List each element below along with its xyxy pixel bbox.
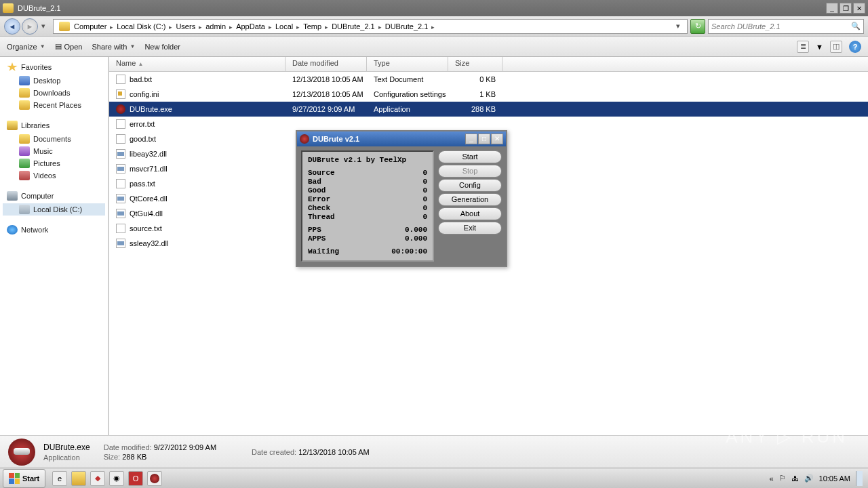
taskbar-explorer-icon[interactable]	[71, 471, 86, 486]
chevron-right-icon[interactable]: ▸	[227, 24, 235, 30]
computer-head[interactable]: Computer	[3, 190, 105, 203]
recent-icon	[19, 100, 30, 110]
app-maximize-button[interactable]: □	[478, 134, 490, 144]
search-input[interactable]	[711, 22, 851, 30]
file-name: source.txt	[130, 224, 162, 232]
file-icon	[116, 239, 125, 248]
breadcrumb[interactable]: Local Disk (C:)	[115, 22, 167, 30]
col-type[interactable]: Type	[367, 57, 448, 71]
start-button[interactable]: Start	[438, 150, 502, 163]
address-dropdown[interactable]: ▾	[672, 22, 684, 30]
sidebar-item-recent[interactable]: Recent Places	[3, 99, 105, 111]
breadcrumb[interactable]: AppData	[235, 22, 267, 30]
sidebar-item-desktop[interactable]: Desktop	[3, 75, 105, 87]
tray-clock[interactable]: 10:05 AM	[819, 474, 850, 483]
chevron-right-icon[interactable]: ▸	[376, 24, 384, 30]
minimize-button[interactable]: _	[826, 3, 838, 14]
app-minimize-button[interactable]: _	[465, 134, 477, 144]
new-folder-button[interactable]: New folder	[144, 43, 180, 51]
sidebar-item-local-disk[interactable]: Local Disk (C:)	[3, 203, 105, 216]
file-icon	[116, 134, 125, 144]
taskbar-dubrute-icon[interactable]	[147, 471, 162, 486]
taskbar-chrome-icon[interactable]: ◉	[109, 471, 124, 486]
config-button[interactable]: Config	[438, 179, 502, 192]
start-button[interactable]: Start	[3, 469, 45, 488]
file-row[interactable]: DUBrute.exe 9/27/2012 9:09 AM Applicatio…	[109, 102, 868, 117]
tray-network-icon[interactable]: 🖧	[791, 474, 799, 483]
back-button[interactable]: ◄	[4, 18, 20, 35]
preview-pane-button[interactable]: ◫	[830, 41, 842, 53]
network-head[interactable]: Network	[3, 224, 105, 237]
breadcrumb[interactable]: Temp	[302, 22, 323, 30]
chevron-right-icon[interactable]: ▸	[267, 24, 274, 30]
maximize-button[interactable]: ❐	[840, 3, 852, 14]
forward-button[interactable]: ►	[22, 18, 38, 35]
nav-pane: Favorites Desktop Downloads Recent Place…	[0, 57, 108, 435]
folder-icon	[3, 3, 14, 13]
history-dropdown[interactable]: ▾	[39, 22, 47, 30]
chevron-right-icon[interactable]: ▸	[294, 24, 302, 30]
sidebar-item-downloads[interactable]: Downloads	[3, 87, 105, 99]
view-dropdown[interactable]: ▼	[816, 43, 823, 51]
taskbar-app-icon[interactable]: ◆	[90, 471, 105, 486]
col-size[interactable]: Size	[448, 57, 502, 71]
sidebar-item-music[interactable]: Music	[3, 145, 105, 157]
file-name: ssleay32.dll	[130, 239, 168, 247]
tray-flag-icon[interactable]: ⚐	[779, 474, 786, 483]
toolbar: Organize▼ ▤Open Share with▼ New folder ≣…	[0, 37, 868, 57]
address-bar[interactable]: Computer▸Local Disk (C:)▸Users▸admin▸App…	[53, 19, 688, 34]
exit-button[interactable]: Exit	[438, 222, 502, 235]
window-title: DUBrute_2.1	[18, 4, 826, 12]
breadcrumb[interactable]: DUBrute_2.1	[384, 22, 430, 30]
file-name: error.txt	[130, 120, 155, 128]
generation-button[interactable]: Generation	[438, 193, 502, 206]
chevron-right-icon[interactable]: ▸	[323, 24, 330, 30]
chevron-right-icon[interactable]: ▸	[429, 24, 437, 30]
file-name: QtCore4.dll	[130, 195, 167, 203]
file-row[interactable]: bad.txt 12/13/2018 10:05 AM Text Documen…	[109, 72, 868, 87]
search-box[interactable]: 🔍	[708, 19, 864, 34]
close-button[interactable]: ✕	[853, 3, 865, 14]
breadcrumb[interactable]: Users	[174, 22, 197, 30]
chevron-right-icon[interactable]: ▸	[108, 24, 115, 30]
file-row[interactable]: error.txt	[109, 117, 868, 131]
favorites-head[interactable]: Favorites	[3, 61, 105, 75]
tray-volume-icon[interactable]: 🔊	[804, 474, 814, 483]
share-button[interactable]: Share with▼	[92, 43, 135, 51]
breadcrumb[interactable]: Local	[274, 22, 294, 30]
breadcrumb[interactable]: DUBrute_2.1	[330, 22, 376, 30]
file-name: bad.txt	[130, 75, 152, 83]
refresh-button[interactable]: ↻	[690, 19, 705, 34]
app-close-button[interactable]: ✕	[491, 134, 503, 144]
col-date[interactable]: Date modified	[285, 57, 367, 71]
details-pane: DUBrute.exe Application Date modified: 9…	[0, 435, 868, 468]
view-button[interactable]: ≣	[797, 41, 809, 53]
tray-chevron-icon[interactable]: «	[769, 474, 773, 483]
music-icon	[19, 146, 30, 156]
sidebar-item-videos[interactable]: Videos	[3, 169, 105, 182]
libraries-head[interactable]: Libraries	[3, 119, 105, 133]
file-icon	[116, 179, 125, 188]
chevron-right-icon[interactable]: ▸	[167, 24, 174, 30]
help-icon[interactable]: ?	[849, 41, 861, 53]
about-button[interactable]: About	[438, 207, 502, 220]
dubrute-window[interactable]: DUBrute v2.1 _ □ ✕ DUBrute v2.1 by TeelX…	[296, 130, 507, 267]
sidebar-item-documents[interactable]: Documents	[3, 133, 105, 145]
chevron-right-icon[interactable]: ▸	[197, 24, 204, 30]
sidebar-item-pictures[interactable]: Pictures	[3, 157, 105, 169]
file-row[interactable]: config.ini 12/13/2018 10:05 AM Configura…	[109, 87, 868, 102]
breadcrumb[interactable]: Computer	[73, 22, 108, 30]
open-button[interactable]: ▤Open	[55, 42, 83, 51]
dubrute-titlebar[interactable]: DUBrute v2.1 _ □ ✕	[297, 131, 506, 146]
taskbar-ie-icon[interactable]: e	[52, 471, 67, 486]
col-name[interactable]: Name ▲	[109, 57, 285, 71]
stop-button[interactable]: Stop	[438, 165, 502, 178]
desktop-icon	[19, 76, 30, 85]
window-titlebar: DUBrute_2.1 _ ❐ ✕	[0, 0, 868, 16]
organize-button[interactable]: Organize▼	[7, 43, 45, 51]
breadcrumb[interactable]: admin	[204, 22, 227, 30]
nav-row: ◄ ► ▾ Computer▸Local Disk (C:)▸Users▸adm…	[0, 16, 868, 37]
search-icon[interactable]: 🔍	[851, 22, 861, 30]
taskbar-opera-icon[interactable]: O	[128, 471, 143, 486]
show-desktop[interactable]	[856, 471, 863, 486]
